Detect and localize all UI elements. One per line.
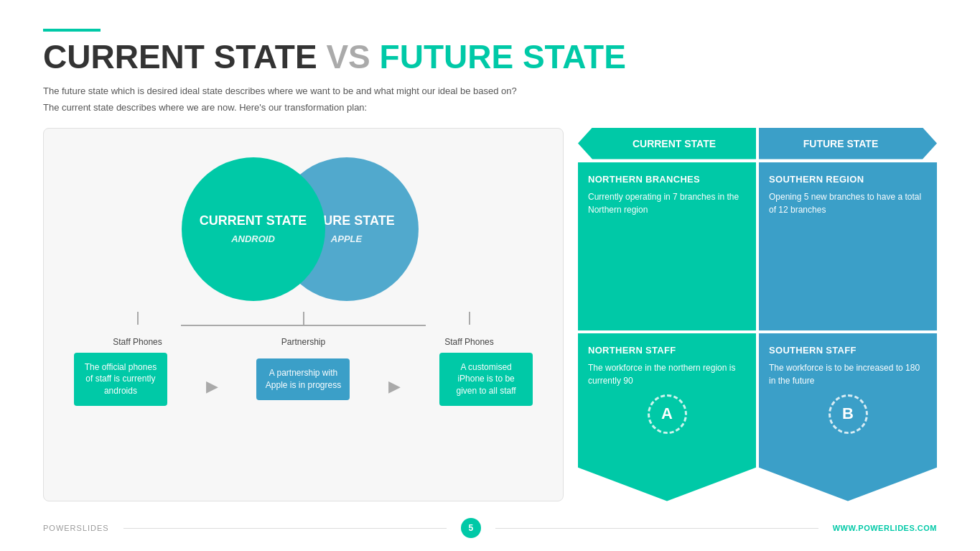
subtitle1: The future state which is desired ideal … bbox=[43, 84, 937, 98]
cell-southern-staff: SOUTHERN STAFF The workforce is to be in… bbox=[759, 333, 937, 501]
boxes-row: The official phones of staff is currentl… bbox=[55, 353, 552, 406]
vert-2 bbox=[303, 312, 304, 325]
circle2-sub: APPLE bbox=[331, 233, 362, 244]
connector-labels: Staff Phones Partnership Staff Phones bbox=[55, 337, 552, 347]
footer: POWERSLIDES 5 WWW.POWERLIDES.COM bbox=[43, 518, 937, 538]
arrow-1: ▶ bbox=[206, 377, 218, 396]
cell-northern-staff: NORTHERN STAFF The workforce in the nort… bbox=[578, 333, 756, 501]
header-current-state: CURRENT STATE bbox=[578, 128, 756, 159]
label-staff-phones-1: Staff Phones bbox=[91, 337, 185, 347]
circle-current: CURRENT STATE ANDROID bbox=[182, 157, 325, 301]
cell-northern-branches: NORTHERN BRANCHES Currently operating in… bbox=[578, 162, 756, 330]
col-tick-3 bbox=[423, 312, 516, 325]
box-iphone: A customised iPhone is to be given to al… bbox=[439, 353, 533, 406]
cell3-title: NORTHERN STAFF bbox=[588, 345, 746, 356]
col-tick-2 bbox=[257, 312, 350, 325]
footer-divider-right bbox=[495, 528, 818, 529]
footer-brand: POWERSLIDES bbox=[43, 524, 109, 532]
vert-3 bbox=[469, 312, 470, 325]
subtitle2: The current state describes where we are… bbox=[43, 101, 937, 115]
title-vs: VS bbox=[326, 38, 379, 75]
three-col-ticks bbox=[55, 312, 552, 325]
footer-url: WWW.POWERLIDES.COM bbox=[833, 524, 937, 532]
col-tick-1 bbox=[91, 312, 185, 325]
cell2-body: Opening 5 new branches to have a total o… bbox=[769, 190, 927, 216]
title-part1: CURRENT STATE bbox=[43, 38, 317, 75]
label-partnership: Partnership bbox=[257, 337, 350, 347]
vert-1 bbox=[137, 312, 139, 325]
content-area: CURRENT STATE ANDROID FUTURE STATE APPLE bbox=[43, 128, 937, 501]
horiz-bar bbox=[181, 325, 426, 326]
label-staff-phones-2: Staff Phones bbox=[423, 337, 516, 347]
right-grid: NORTHERN BRANCHES Currently operating in… bbox=[578, 162, 937, 501]
header-future-state: FUTURE STATE bbox=[759, 128, 937, 159]
slide: CURRENT STATE VS FUTURE STATE The future… bbox=[0, 0, 980, 551]
footer-divider-left bbox=[123, 528, 447, 529]
cell2-title: SOUTHERN REGION bbox=[769, 174, 927, 185]
footer-brand-light: SLIDES bbox=[77, 524, 109, 532]
circle1-label: CURRENT STATE bbox=[200, 213, 307, 229]
cell1-title: NORTHERN BRANCHES bbox=[588, 174, 746, 185]
right-header: CURRENT STATE FUTURE STATE bbox=[578, 128, 937, 159]
cell3-body: The workforce in the northern region is … bbox=[588, 361, 746, 387]
main-title: CURRENT STATE VS FUTURE STATE bbox=[43, 39, 937, 75]
cell1-body: Currently operating in 7 branches in the… bbox=[588, 190, 746, 216]
connector-lines bbox=[55, 312, 552, 337]
venn-container: CURRENT STATE ANDROID FUTURE STATE APPLE bbox=[160, 150, 447, 308]
accent-line bbox=[43, 29, 101, 32]
left-panel: CURRENT STATE ANDROID FUTURE STATE APPLE bbox=[43, 128, 564, 501]
cell4-badge: B bbox=[829, 394, 868, 434]
right-panel: CURRENT STATE FUTURE STATE NORTHERN BRAN… bbox=[578, 128, 937, 501]
arrow-2: ▶ bbox=[388, 377, 401, 396]
footer-brand-bold: POWER bbox=[43, 524, 77, 532]
cell-southern-region: SOUTHERN REGION Opening 5 new branches t… bbox=[759, 162, 937, 330]
footer-page-num: 5 bbox=[461, 518, 481, 538]
cell3-badge: A bbox=[648, 394, 687, 434]
title-part3: FUTURE STATE bbox=[380, 38, 626, 75]
cell4-body: The workforce is to be increased to 180 … bbox=[769, 361, 927, 387]
box-android-phones: The official phones of staff is currentl… bbox=[74, 353, 167, 406]
cell4-title: SOUTHERN STAFF bbox=[769, 345, 927, 356]
circle1-sub: ANDROID bbox=[231, 233, 275, 244]
box-partnership: A partnership with Apple is in progress bbox=[256, 358, 350, 400]
